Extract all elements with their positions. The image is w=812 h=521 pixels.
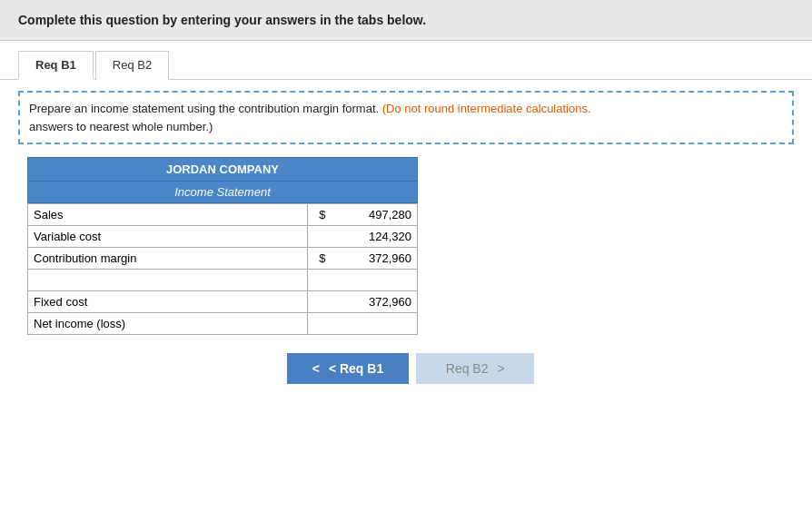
- table-row-blank: [28, 270, 418, 291]
- label-contribution-margin: Contribution margin: [28, 248, 308, 270]
- instruction-main-text: Prepare an income statement using the co…: [29, 102, 382, 115]
- prev-chevron-icon: <: [312, 361, 320, 376]
- tab-req-b1[interactable]: Req B1: [18, 51, 94, 80]
- table-row: Fixed cost 372,960: [28, 291, 418, 313]
- amount-sales: 497,280: [328, 204, 418, 226]
- label-net-income: Net income (loss): [28, 313, 308, 335]
- instruction-highlight: (Do not round intermediate calculations.: [382, 102, 591, 115]
- amount-blank[interactable]: [328, 270, 418, 291]
- tab-req-b2[interactable]: Req B2: [95, 51, 169, 80]
- label-blank[interactable]: [28, 270, 308, 291]
- income-table: Sales $ 497,280 Variable cost: [27, 203, 418, 335]
- label-variable-cost: Variable cost: [28, 226, 308, 248]
- statement-header: Income Statement: [27, 182, 418, 203]
- table-row: Variable cost 124,320: [28, 226, 418, 248]
- next-button[interactable]: Req B2 >: [416, 353, 534, 384]
- page-wrapper: Complete this question by entering your …: [0, 0, 812, 398]
- amount-fixed-cost: 372,960: [328, 291, 418, 313]
- content-area: Prepare an income statement using the co…: [0, 80, 812, 398]
- table-row: Net income (loss): [28, 313, 418, 335]
- instruction-banner: Complete this question by entering your …: [0, 0, 812, 41]
- label-sales: Sales: [28, 204, 308, 226]
- table-container: JORDAN COMPANY Income Statement Sales $: [27, 157, 418, 335]
- dollar-sign-blank: [308, 270, 328, 291]
- instruction-banner-text: Complete this question by entering your …: [18, 13, 426, 27]
- tabs-area: Req B1 Req B2: [0, 41, 812, 80]
- amount-contribution-margin: 372,960: [328, 248, 418, 270]
- table-row: Contribution margin $ 372,960: [28, 248, 418, 270]
- net-income-input[interactable]: [333, 317, 412, 330]
- dollar-sign-fixed: [308, 291, 328, 313]
- dollar-sign-variable: [308, 226, 328, 248]
- next-chevron-icon: >: [497, 361, 504, 376]
- label-fixed-cost: Fixed cost: [28, 291, 308, 313]
- dollar-sign-contribution: $: [308, 248, 328, 270]
- blank-label-input[interactable]: [34, 273, 302, 287]
- company-header: JORDAN COMPANY: [27, 157, 418, 182]
- instruction-second-line: answers to nearest whole number.): [29, 120, 213, 133]
- nav-buttons: < < Req B1 Req B2 >: [27, 353, 794, 384]
- instruction-box: Prepare an income statement using the co…: [18, 91, 794, 144]
- amount-net-income[interactable]: [328, 313, 418, 335]
- amount-variable-cost: 124,320: [328, 226, 418, 248]
- dollar-sign-sales: $: [308, 204, 328, 226]
- dollar-sign-net: [308, 313, 328, 335]
- blank-amount-input[interactable]: [333, 273, 412, 287]
- prev-button[interactable]: < < Req B1: [287, 353, 409, 384]
- table-row: Sales $ 497,280: [28, 204, 418, 226]
